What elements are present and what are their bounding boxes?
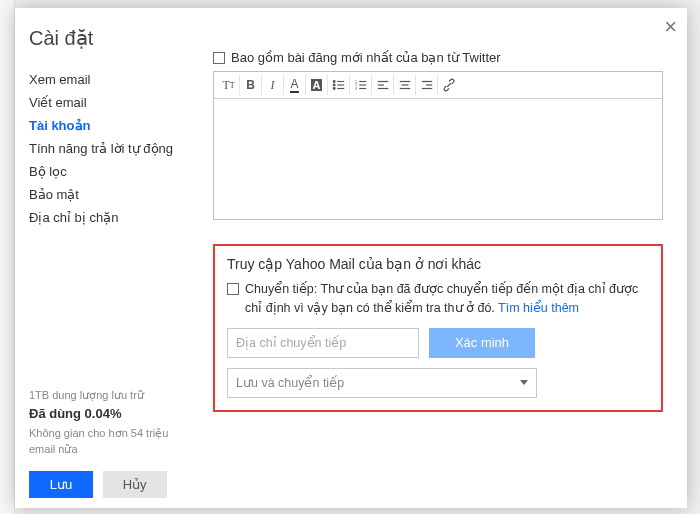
settings-modal: × Cài đặt Xem email Viết email Tài khoản… (15, 8, 687, 508)
align-center-icon[interactable] (394, 75, 416, 95)
forwarding-checkbox-row[interactable]: Chuyển tiếp: Thư của bạn đã được chuyển … (227, 280, 649, 318)
storage-info: 1TB dung lượng lưu trữ Đã dùng 0.04% Khô… (29, 388, 191, 458)
settings-nav: Xem email Viết email Tài khoản Tính năng… (29, 68, 189, 229)
checkbox-icon[interactable] (213, 52, 225, 64)
align-left-icon[interactable] (372, 75, 394, 95)
nav-filters[interactable]: Bộ lọc (29, 160, 189, 183)
learn-more-link[interactable]: Tìm hiểu thêm (498, 301, 579, 315)
modal-footer: Lưu Hủy (29, 471, 167, 498)
forwarding-desc: Chuyển tiếp: Thư của bạn đã được chuyển … (245, 280, 649, 318)
select-value: Lưu và chuyển tiếp (236, 375, 344, 390)
verify-button[interactable]: Xác minh (429, 328, 535, 358)
svg-text:3: 3 (354, 87, 356, 91)
svg-point-4 (333, 88, 335, 90)
signature-editor: TT B I A A 123 (213, 71, 663, 220)
svg-point-0 (333, 81, 335, 83)
forwarding-title: Truy cập Yahoo Mail của bạn ở nơi khác (227, 256, 649, 272)
storage-used: Đã dùng 0.04% (29, 405, 191, 424)
font-size-icon[interactable]: TT (218, 75, 240, 95)
storage-capacity: 1TB dung lượng lưu trữ (29, 388, 191, 404)
italic-icon[interactable]: I (262, 75, 284, 95)
nav-autoresponder[interactable]: Tính năng trả lời tự động (29, 137, 189, 160)
forwarding-section: Truy cập Yahoo Mail của bạn ở nơi khác C… (213, 244, 663, 412)
twitter-label: Bao gồm bài đăng mới nhất của bạn từ Twi… (231, 50, 501, 65)
nav-view-email[interactable]: Xem email (29, 68, 189, 91)
checkbox-icon[interactable] (227, 283, 239, 295)
storage-note: Không gian cho hơn 54 triệu email nữa (29, 426, 191, 458)
cancel-button[interactable]: Hủy (103, 471, 167, 498)
number-list-icon[interactable]: 123 (350, 75, 372, 95)
settings-content: Bao gồm bài đăng mới nhất của bạn từ Twi… (203, 48, 673, 500)
editor-toolbar: TT B I A A 123 (214, 72, 662, 99)
close-icon[interactable]: × (664, 14, 677, 40)
nav-write-email[interactable]: Viết email (29, 91, 189, 114)
modal-title: Cài đặt (29, 26, 93, 50)
chevron-down-icon (520, 380, 528, 385)
highlight-icon[interactable]: A (306, 75, 328, 95)
bullet-list-icon[interactable] (328, 75, 350, 95)
forwarding-mode-select[interactable]: Lưu và chuyển tiếp (227, 368, 537, 398)
bold-icon[interactable]: B (240, 75, 262, 95)
align-right-icon[interactable] (416, 75, 438, 95)
save-button[interactable]: Lưu (29, 471, 93, 498)
forwarding-address-input[interactable] (227, 328, 419, 358)
nav-blocked[interactable]: Địa chỉ bị chặn (29, 206, 189, 229)
twitter-checkbox-row[interactable]: Bao gồm bài đăng mới nhất của bạn từ Twi… (213, 50, 673, 65)
nav-security[interactable]: Bảo mật (29, 183, 189, 206)
text-color-icon[interactable]: A (284, 75, 306, 95)
nav-account[interactable]: Tài khoản (29, 114, 189, 137)
svg-point-2 (333, 84, 335, 86)
editor-body[interactable] (214, 99, 662, 219)
link-icon[interactable] (438, 75, 460, 95)
